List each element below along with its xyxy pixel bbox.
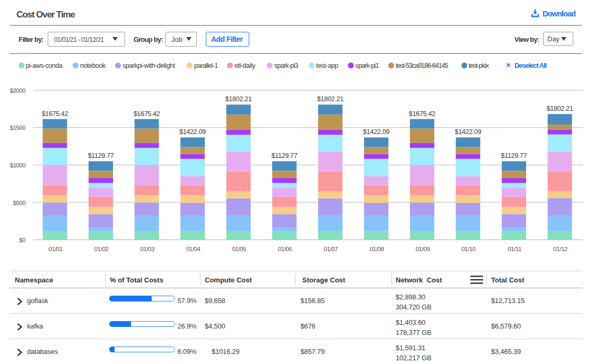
svg-text:$1129.77: $1129.77 bbox=[501, 152, 527, 159]
svg-text:$2000: $2000 bbox=[10, 87, 25, 94]
svg-text:01/05: 01/05 bbox=[232, 246, 246, 252]
svg-text:$1675.42: $1675.42 bbox=[409, 110, 435, 118]
svg-text:$1802.21: $1802.21 bbox=[547, 105, 573, 112]
svg-text:01/04: 01/04 bbox=[186, 246, 201, 252]
svg-text:$1129.77: $1129.77 bbox=[88, 152, 114, 159]
svg-text:01/11: 01/11 bbox=[508, 246, 521, 252]
svg-text:01/12: 01/12 bbox=[553, 246, 567, 252]
svg-text:$1802.21: $1802.21 bbox=[225, 95, 252, 103]
svg-text:$1500: $1500 bbox=[10, 125, 25, 131]
svg-text:$0: $0 bbox=[19, 237, 25, 243]
svg-text:$1129.77: $1129.77 bbox=[272, 152, 298, 159]
svg-text:$1422.09: $1422.09 bbox=[179, 128, 206, 136]
svg-text:$1675.42: $1675.42 bbox=[134, 110, 160, 118]
svg-text:$1422.09: $1422.09 bbox=[455, 128, 482, 136]
svg-text:$1802.21: $1802.21 bbox=[317, 95, 344, 103]
svg-text:01/06: 01/06 bbox=[278, 246, 292, 252]
svg-text:01/09: 01/09 bbox=[416, 246, 430, 252]
svg-text:01/01: 01/01 bbox=[48, 246, 63, 252]
svg-text:$1422.09: $1422.09 bbox=[363, 128, 389, 136]
svg-text:01/10: 01/10 bbox=[461, 246, 476, 252]
svg-text:$1000: $1000 bbox=[10, 162, 25, 168]
svg-text:$1675.42: $1675.42 bbox=[42, 110, 68, 118]
svg-text:01/08: 01/08 bbox=[370, 246, 384, 252]
svg-text:$500: $500 bbox=[13, 200, 25, 206]
svg-text:01/07: 01/07 bbox=[324, 246, 338, 252]
svg-text:01/02: 01/02 bbox=[94, 246, 109, 252]
svg-text:01/03: 01/03 bbox=[140, 246, 154, 252]
